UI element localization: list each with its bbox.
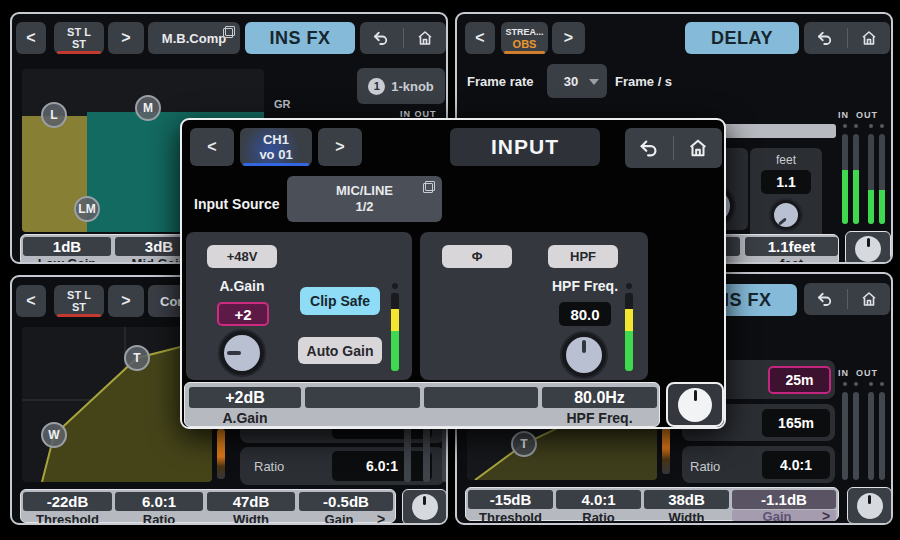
knob-assign-button[interactable] (845, 231, 891, 264)
param-row-1-value[interactable]: 25m (768, 366, 831, 394)
home-icon[interactable] (860, 29, 878, 47)
feet-knob[interactable] (771, 200, 801, 230)
frame-rate-dropdown[interactable]: 30 (547, 64, 607, 98)
footer-feet-value[interactable]: 1.1feet (745, 237, 838, 256)
phase-button[interactable]: Φ (442, 245, 512, 268)
footer-threshold-value[interactable]: -15dB (468, 490, 553, 509)
divider (847, 28, 848, 47)
analog-gain-group: +48V A.Gain +2 Clip Safe Auto Gain (186, 232, 412, 380)
nav-group (804, 22, 890, 54)
footer-width-label: Width (207, 512, 295, 525)
channel-select-button[interactable]: CH1 vo 01 (240, 128, 312, 166)
meter-peak-dot (843, 124, 847, 128)
channel-color-bar (57, 314, 101, 317)
feet-value[interactable]: 1.1 (761, 170, 811, 194)
meter-peak-dot (843, 382, 847, 386)
home-icon[interactable] (416, 29, 434, 47)
meter-bar (442, 422, 448, 482)
divider (673, 136, 674, 160)
param-row-2-value[interactable]: 165m (762, 409, 830, 437)
channel-select-button[interactable]: ST L ST (54, 285, 104, 317)
knob-assign-button[interactable] (847, 487, 892, 524)
prev-channel-button[interactable]: < (16, 22, 46, 54)
prev-channel-button[interactable]: < (190, 128, 234, 166)
clip-safe-button[interactable]: Clip Safe (300, 287, 380, 315)
ratio-row[interactable]: Ratio 6.0:1 (240, 447, 445, 485)
channel-color-bar (243, 163, 309, 166)
ratio-row-value[interactable]: 6.0:1 (332, 451, 432, 481)
channel-select-button[interactable]: ST L ST (54, 22, 104, 54)
input-source-button[interactable]: MIC/LINE 1/2 (287, 176, 442, 222)
footer-again-label: A.Gain (189, 410, 301, 426)
in-out-meter-label: IN OUT (838, 368, 878, 378)
channel-line1: STREA... (505, 26, 543, 38)
footer-threshold-value[interactable]: -22dB (23, 492, 112, 511)
width-marker[interactable]: W (41, 422, 67, 448)
channel-name: vo 01 (259, 147, 292, 162)
threshold-marker[interactable]: T (124, 345, 150, 371)
next-channel-button[interactable]: > (318, 128, 362, 166)
auto-gain-button[interactable]: Auto Gain (298, 337, 382, 364)
threshold-marker[interactable]: T (511, 431, 537, 457)
again-value[interactable]: +2 (217, 302, 269, 326)
footer-width-value[interactable]: 47dB (207, 492, 295, 511)
home-icon[interactable] (687, 137, 709, 159)
footer-ratio-value[interactable]: 6.0:1 (115, 492, 203, 511)
again-knob[interactable] (220, 331, 264, 375)
footer-ratio-label: Ratio (556, 510, 641, 525)
hpf-button[interactable]: HPF (548, 245, 618, 268)
footer-low-gain-value[interactable]: 1dB (23, 237, 111, 256)
footer-empty-cell[interactable] (305, 387, 420, 408)
undo-icon[interactable] (816, 290, 834, 308)
footer-hpf-freq-value[interactable]: 80.0Hz (542, 387, 657, 408)
next-channel-button[interactable]: > (108, 22, 144, 54)
hpf-freq-knob[interactable] (562, 333, 606, 377)
next-channel-button[interactable]: > (108, 285, 144, 317)
knob-icon (857, 493, 883, 519)
footer-empty-cell[interactable] (424, 387, 538, 408)
copy-icon (223, 26, 235, 38)
page-title-ins-fx[interactable]: INS FX (245, 22, 355, 54)
prev-channel-button[interactable]: < (465, 22, 495, 54)
mixer-screen: < ST L ST > M.B.Comp INS FX L M LM GR 1 … (0, 0, 900, 540)
undo-icon[interactable] (816, 29, 834, 47)
gr-label: GR (274, 98, 291, 110)
nav-group (804, 283, 890, 315)
ratio-row[interactable]: Ratio 4.0:1 (682, 446, 835, 483)
meter-peak-dot (869, 124, 873, 128)
footer-threshold-label: Threshold (468, 510, 553, 525)
prev-channel-button[interactable]: < (16, 285, 46, 317)
ratio-row-value[interactable]: 4.0:1 (762, 451, 830, 479)
knob-assign-button[interactable] (402, 489, 447, 525)
undo-icon[interactable] (372, 29, 390, 47)
one-knob-button[interactable]: 1 1-knob (357, 68, 445, 104)
footer-gain-value[interactable]: -1.1dB (732, 490, 836, 509)
out-meter-r (879, 392, 885, 480)
low-band-marker[interactable]: L (41, 102, 67, 128)
gain-page-chevron[interactable]: > (373, 511, 389, 525)
page-title-delay[interactable]: DELAY (685, 22, 799, 54)
preset-button[interactable]: M.B.Comp (148, 22, 240, 54)
footer-width-value[interactable]: 38dB (644, 490, 729, 509)
gain-page-chevron[interactable]: > (818, 508, 834, 524)
channel-line1: ST L (67, 289, 91, 301)
lowmid-crossover-marker[interactable]: LM (74, 196, 100, 222)
knob-icon (678, 388, 712, 422)
footer-ratio-value[interactable]: 4.0:1 (556, 490, 641, 509)
mid-band-marker[interactable]: M (135, 95, 161, 121)
parameter-footer-bar: -15dB Threshold 4.0:1 Ratio 38dB Width -… (465, 487, 839, 521)
gr-meter (217, 429, 225, 479)
next-channel-button[interactable]: > (552, 22, 585, 54)
knob-assign-button[interactable] (666, 382, 724, 427)
out-meter-l (868, 392, 874, 480)
footer-again-value[interactable]: +2dB (189, 387, 301, 408)
in-meter-r (853, 134, 859, 224)
hpf-freq-value[interactable]: 80.0 (559, 302, 611, 326)
input-source-line2: 1/2 (355, 199, 373, 215)
footer-gain-value[interactable]: -0.5dB (299, 492, 393, 511)
undo-icon[interactable] (638, 137, 660, 159)
input-source-label: Input Source (194, 196, 280, 212)
channel-select-button[interactable]: STREA... OBS (501, 22, 548, 54)
home-icon[interactable] (860, 290, 878, 308)
phantom-48v-button[interactable]: +48V (207, 245, 277, 268)
